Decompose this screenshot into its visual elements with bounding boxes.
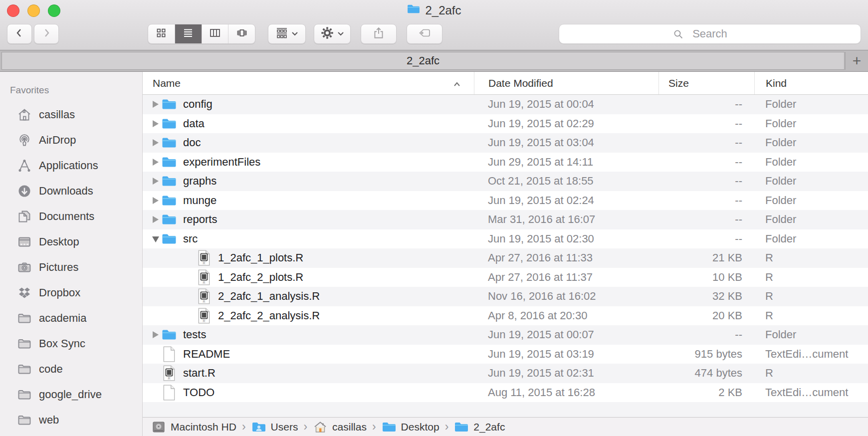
sidebar-item-downloads[interactable]: Downloads	[0, 178, 142, 204]
disclosure-triangle-collapsed-icon[interactable]	[151, 178, 161, 185]
file-name: start.R	[183, 367, 216, 380]
tab-2-2afc[interactable]: 2_2afc	[1, 52, 845, 70]
sidebar-item-casillas[interactable]: casillas	[0, 102, 142, 127]
r-file-icon: R	[196, 307, 213, 324]
disclosure-triangle-collapsed-icon[interactable]	[151, 216, 161, 223]
svg-text:R: R	[168, 377, 171, 381]
tag-button[interactable]	[407, 24, 442, 44]
folder-icon	[161, 230, 178, 247]
folder-icon	[161, 115, 178, 132]
disclosure-triangle-collapsed-icon[interactable]	[151, 331, 161, 338]
sidebar: Favorites casillasAirDropApplicationsDow…	[0, 72, 143, 436]
file-row-reports[interactable]: reportsMar 31, 2016 at 16:07--Folder	[143, 210, 868, 229]
column-header-date-modified[interactable]: Date Modified	[474, 72, 658, 94]
forward-button[interactable]	[34, 24, 59, 44]
action-button[interactable]	[314, 24, 351, 44]
file-row-todo[interactable]: TODOAug 11, 2015 at 16:282 KBTextEdi…cum…	[143, 383, 868, 403]
file-name: src	[183, 232, 198, 245]
folder-outline-icon	[16, 361, 32, 377]
sidebar-item-pictures[interactable]: Pictures	[0, 254, 142, 280]
sidebar-item-documents[interactable]: Documents	[0, 204, 142, 229]
file-row-tests[interactable]: testsJun 19, 2015 at 00:07--Folder	[143, 325, 868, 345]
folder-icon	[161, 192, 178, 209]
kind-cell: Folder	[754, 98, 868, 111]
file-row-2-2afc-2-analysis-r[interactable]: R2_2afc_2_analysis.RApr 8, 2016 at 20:30…	[143, 306, 868, 326]
folder-outline-icon	[16, 412, 32, 428]
path-item-casillas[interactable]: casillas	[313, 420, 367, 434]
column-header-size[interactable]: Size	[658, 72, 754, 94]
column-header-row: Name Date Modified Size Kind	[143, 72, 868, 95]
sidebar-item-code[interactable]: code	[0, 356, 142, 382]
sidebar-item-google-drive[interactable]: google_drive	[0, 382, 142, 407]
folder-icon	[407, 3, 421, 17]
svg-text:R: R	[203, 319, 206, 323]
file-row-readme[interactable]: READMEJun 19, 2015 at 03:19915 bytesText…	[143, 345, 868, 364]
path-item-users[interactable]: Users	[251, 420, 298, 434]
sidebar-item-label: Downloads	[39, 185, 93, 198]
kind-cell: TextEdi…cument	[754, 386, 868, 399]
disclosure-triangle-collapsed-icon[interactable]	[151, 120, 161, 127]
zoom-button[interactable]	[48, 4, 60, 17]
kind-cell: Folder	[754, 117, 868, 130]
disclosure-triangle-collapsed-icon[interactable]	[151, 159, 161, 166]
file-row-experimentfiles[interactable]: experimentFilesJun 29, 2015 at 14:11--Fo…	[143, 153, 868, 172]
file-row-1-2afc-2-plots-r[interactable]: R1_2afc_2_plots.RApr 27, 2016 at 11:3710…	[143, 268, 868, 287]
date-modified-cell: Mar 31, 2016 at 16:07	[474, 213, 658, 226]
arrange-button[interactable]	[268, 24, 306, 44]
dropbox-icon	[16, 285, 32, 301]
list-view-button[interactable]	[175, 24, 202, 43]
column-header-kind[interactable]: Kind	[754, 72, 868, 94]
share-button[interactable]	[361, 24, 397, 44]
users-folder-icon	[251, 420, 266, 434]
coverflow-view-button[interactable]	[228, 24, 255, 43]
disclosure-triangle-collapsed-icon[interactable]	[151, 197, 161, 204]
file-row-graphs[interactable]: graphsOct 21, 2015 at 18:55--Folder	[143, 172, 868, 191]
sidebar-item-web[interactable]: web	[0, 407, 142, 433]
file-row-2-2afc-1-analysis-r[interactable]: R2_2afc_1_analysis.RNov 16, 2016 at 16:0…	[143, 287, 868, 306]
r-file-icon: R	[196, 249, 213, 266]
sidebar-item-applications[interactable]: Applications	[0, 153, 142, 178]
file-row-munge[interactable]: mungeJun 19, 2015 at 02:24--Folder	[143, 191, 868, 211]
path-item-label: Users	[271, 421, 298, 433]
path-item-desktop[interactable]: Desktop	[382, 420, 439, 434]
sidebar-item-box-sync[interactable]: Box Sync	[0, 331, 142, 356]
file-row-data[interactable]: dataJun 19, 2015 at 02:29--Folder	[143, 114, 868, 134]
sidebar-item-academia[interactable]: academia	[0, 305, 142, 331]
disclosure-triangle-expanded-icon[interactable]	[151, 235, 161, 242]
disclosure-triangle-collapsed-icon[interactable]	[151, 139, 161, 146]
sidebar-item-dropbox[interactable]: Dropbox	[0, 280, 142, 305]
name-cell: R1_2afc_2_plots.R	[143, 269, 474, 286]
applications-icon	[16, 158, 32, 174]
column-view-button[interactable]	[202, 24, 228, 43]
date-modified-cell: Jun 29, 2015 at 14:11	[474, 156, 658, 169]
window-title-text: 2_2afc	[425, 3, 461, 17]
kind-cell: R	[754, 290, 868, 303]
file-row-src[interactable]: srcJun 19, 2015 at 02:30--Folder	[143, 229, 868, 249]
sidebar-item-airdrop[interactable]: AirDrop	[0, 127, 142, 153]
file-name: 1_2afc_2_plots.R	[218, 271, 303, 284]
disclosure-triangle-collapsed-icon[interactable]	[151, 101, 161, 108]
file-row-config[interactable]: configJun 19, 2015 at 00:04--Folder	[143, 95, 868, 114]
file-row-start-r[interactable]: Rstart.RJun 19, 2015 at 02:31474 bytesR	[143, 364, 868, 383]
file-row-1-2afc-1-plots-r[interactable]: R1_2afc_1_plots.RApr 27, 2016 at 11:3321…	[143, 248, 868, 268]
size-cell: --	[658, 194, 754, 207]
name-cell: munge	[143, 192, 474, 209]
sidebar-section-favorites: Favorites	[0, 85, 142, 102]
path-item-2-2afc[interactable]: 2_2afc	[454, 420, 505, 434]
file-rows: configJun 19, 2015 at 00:04--FolderdataJ…	[143, 95, 868, 402]
file-row-doc[interactable]: docJun 19, 2015 at 03:04--Folder	[143, 133, 868, 153]
close-button[interactable]	[7, 4, 19, 17]
title-bar: 2_2afc	[0, 0, 868, 50]
column-header-name[interactable]: Name	[143, 72, 474, 94]
back-button[interactable]	[7, 24, 32, 44]
size-cell: --	[658, 232, 754, 245]
sidebar-item-desktop[interactable]: Desktop	[0, 229, 142, 254]
path-item-macintosh-hd[interactable]: Macintosh HD	[151, 420, 236, 434]
downloads-icon	[16, 183, 32, 199]
r-file-icon: R	[161, 365, 178, 382]
new-tab-button[interactable]: +	[845, 52, 868, 70]
icon-view-button[interactable]	[148, 24, 175, 43]
minimize-button[interactable]	[27, 4, 40, 17]
search-input[interactable]	[559, 24, 861, 43]
sidebar-item-label: Documents	[39, 210, 94, 223]
